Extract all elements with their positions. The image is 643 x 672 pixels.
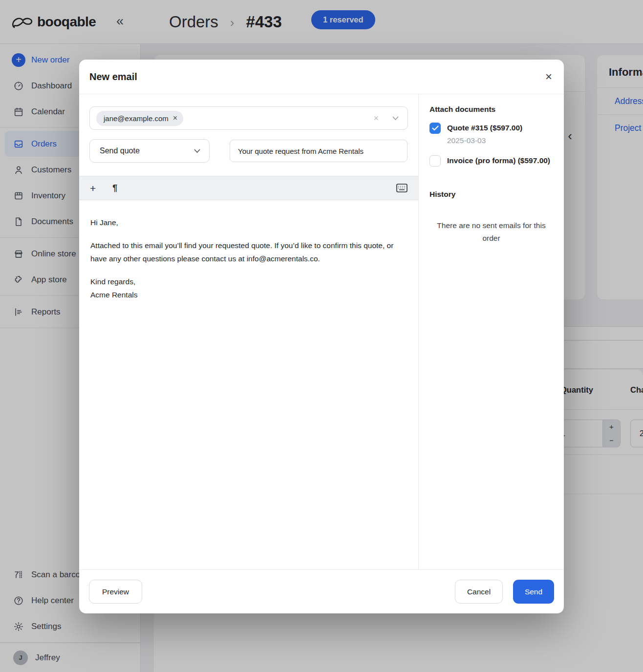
checkmark-icon: [432, 126, 439, 131]
attachments-column: Attach documents Quote #315 ($597.00) 20…: [418, 94, 564, 569]
email-signature: Acme Rentals: [90, 291, 137, 299]
email-signoff-line: Kind regards,: [90, 277, 135, 286]
invoice-checkbox[interactable]: [429, 155, 441, 167]
chevron-down-icon[interactable]: [392, 116, 399, 121]
chevron-down-icon: [194, 149, 200, 153]
attach-item-invoice: Invoice (pro forma) ($597.00): [429, 155, 553, 167]
email-signoff: Kind regards, Acme Rentals: [90, 275, 403, 301]
insert-button[interactable]: +: [90, 183, 96, 193]
editor-toolbar: + ¶: [79, 176, 418, 200]
close-icon[interactable]: ×: [545, 71, 552, 83]
recipient-email: jane@example.com: [104, 114, 169, 123]
modal-header: New email ×: [79, 60, 564, 94]
new-email-modal: New email × jane@example.com × × Send qu…: [79, 60, 564, 613]
history-empty-message: There are no sent emails for this order: [434, 219, 549, 245]
template-select-value: Send quote: [100, 147, 140, 155]
clear-recipients-icon[interactable]: ×: [373, 113, 392, 124]
template-subject-row: Send quote: [89, 139, 407, 163]
attach-documents-heading: Attach documents: [429, 105, 553, 114]
modal-footer: Preview Cancel Send: [79, 569, 564, 613]
quote-checkbox[interactable]: [429, 123, 441, 134]
history-heading: History: [429, 190, 553, 199]
template-select[interactable]: Send quote: [89, 139, 210, 163]
email-body-editor[interactable]: Hi Jane, Attached to this email you’ll f…: [79, 200, 418, 301]
chip-remove-icon[interactable]: ×: [173, 114, 177, 123]
subject-input[interactable]: [230, 140, 407, 162]
attach-item-label: Quote #315 ($597.00): [447, 122, 522, 133]
compose-column: jane@example.com × × Send quote + ¶: [79, 94, 418, 569]
recipient-chip[interactable]: jane@example.com ×: [96, 111, 183, 126]
send-button[interactable]: Send: [513, 580, 554, 604]
email-greeting: Hi Jane,: [90, 216, 403, 229]
recipient-field[interactable]: jane@example.com × ×: [89, 106, 408, 130]
app-window: booqable « Orders › #433 1 reserved + Ne…: [0, 0, 643, 672]
paragraph-format-button[interactable]: ¶: [112, 184, 117, 192]
preview-button[interactable]: Preview: [89, 580, 142, 604]
email-paragraph: Attached to this email you’ll find your …: [90, 239, 403, 265]
attach-item-date: 2025-03-03: [447, 135, 522, 146]
modal-body: jane@example.com × × Send quote + ¶: [79, 94, 564, 569]
modal-title: New email: [89, 71, 137, 83]
cancel-button[interactable]: Cancel: [455, 580, 503, 604]
attach-item-quote: Quote #315 ($597.00) 2025-03-03: [429, 122, 553, 146]
attach-item-label: Invoice (pro forma) ($597.00): [447, 155, 550, 166]
keyboard-icon[interactable]: [396, 184, 407, 192]
